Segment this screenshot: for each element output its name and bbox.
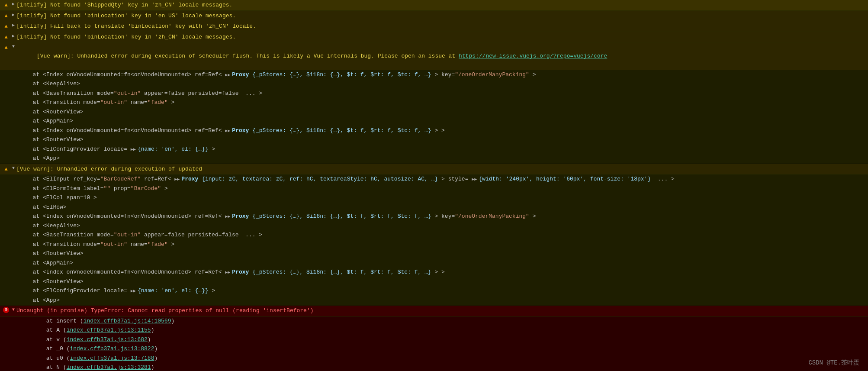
stack-line-vw1-2: at <KeepAlive> [0, 79, 868, 89]
stack-line-vw1-7: at <Index onVnodeUnmounted=fn<onVnodeUnm… [0, 126, 868, 135]
error1-header: Uncaught (in promise) TypeError: Cannot … [16, 306, 866, 315]
log-entry-vue-warn1[interactable]: ▲ [Vue warn]: Unhandled error during exe… [0, 42, 868, 70]
warn1-text: [intlify] Not found 'ShippedQty' key in … [16, 1, 866, 10]
watermark: CSDN @TE.茶叶蛋 [808, 359, 859, 367]
error-link-1[interactable]: index.cffb37a1.js:14:10569 [84, 318, 171, 324]
triangle-icon: ▲ [4, 1, 7, 9]
triangle-icon4: ▲ [4, 33, 7, 41]
error-stack-4: at _0 (index.cffb37a1.js:13:8822) [0, 344, 868, 354]
log-entry-error1[interactable]: ⊗ Uncaught (in promise) TypeError: Canno… [0, 306, 868, 316]
stack-line-vw2-5: at <Index onVnodeUnmounted=fn<onVnodeUnm… [0, 212, 868, 221]
error-stack-2: at A (index.cffb37a1.js:13:1155) [0, 326, 868, 335]
error-link-6[interactable]: index.cffb37a1.js:13:3281 [67, 364, 151, 371]
expand-arrow-warn4[interactable] [12, 33, 15, 39]
error-link-3[interactable]: index.cffb37a1.js:13:682 [67, 336, 148, 343]
expand-arrow-error1[interactable] [12, 306, 15, 313]
error-stack-1: at insert (index.cffb37a1.js:14:10569) [0, 316, 868, 326]
stack-line-vw2-10: at <AppMain> [0, 258, 868, 268]
stack-line-vw1-1: at <Index onVnodeUnmounted=fn<onVnodeUnm… [0, 70, 868, 80]
error-link-2[interactable]: index.cffb37a1.js:13:1155 [67, 327, 151, 333]
error-stack-3: at v (index.cffb37a1.js:13:682) [0, 335, 868, 345]
triangle-icon3: ▲ [4, 23, 7, 30]
log-entry-warn2[interactable]: ▲ [intlify] Not found 'binLocation' key … [0, 11, 868, 22]
stack-line-vw1-4: at <Transition mode="out-in" name="fade"… [0, 98, 868, 107]
log-entry-warn3[interactable]: ▲ [intlify] Fall back to translate 'binL… [0, 21, 868, 32]
error-stack-6: at N (index.cffb37a1.js:13:3281) [0, 363, 868, 371]
vue-warn1-header: [Vue warn]: Unhandled error during execu… [16, 43, 866, 69]
stack-line-vw2-12: at <RouterView> [0, 277, 868, 287]
log-entry-vue-warn2[interactable]: ▲ [Vue warn]: Unhandled error during exe… [0, 164, 868, 175]
stack-line-vw1-9: at <ElConfigProvider locale= ▶{name: 'en… [0, 145, 868, 154]
log-entry-warn1[interactable]: ▲ [intlify] Not found 'ShippedQty' key i… [0, 0, 868, 11]
stack-line-vw2-8: at <Transition mode="out-in" name="fade"… [0, 240, 868, 249]
warning-icon-area2: ▲ [2, 12, 10, 20]
stack-line-vw2-13: at <ElConfigProvider locale= ▶{name: 'en… [0, 286, 868, 296]
error-circle-icon: ⊗ [3, 307, 9, 313]
stack-line-vw1-3: at <BaseTransition mode="out-in" appear=… [0, 89, 868, 98]
stack-line-vw2-7: at <BaseTransition mode="out-in" appear=… [0, 230, 868, 240]
expand-arrow-warn3[interactable] [12, 22, 15, 29]
stack-line-vw2-11: at <Index onVnodeUnmounted=fn<onVnodeUnm… [0, 268, 868, 277]
vue-warn1-link[interactable]: https://new-issue.vuejs.org/?repo=vuejs/… [459, 53, 607, 59]
warn4-text: [intlify] Not found 'binLocation' key in… [16, 33, 866, 42]
triangle-icon-vue1: ▲ [4, 44, 7, 52]
stack-line-vw2-2: at <ElFormItem label="" prop="BarCode" > [0, 184, 868, 194]
log-entry-warn4[interactable]: ▲ [intlify] Not found 'binLocation' key … [0, 32, 868, 43]
stack-line-vw1-8: at <RouterView> [0, 135, 868, 145]
error-icon-area: ⊗ [2, 306, 10, 313]
error-link-5[interactable]: index.cffb37a1.js:13:7188 [70, 355, 154, 361]
warning-icon-area4: ▲ [2, 33, 10, 41]
triangle-icon2: ▲ [4, 12, 7, 20]
stack-line-vw2-4: at <ElRow> [0, 203, 868, 212]
expand-arrow-vue-warn2[interactable] [12, 165, 15, 171]
stack-line-vw2-14: at <App> [0, 296, 868, 305]
warn2-text: [intlify] Not found 'binLocation' key in… [16, 12, 866, 20]
expand-arrow-warn1[interactable] [12, 1, 15, 7]
vue-warn2-header: [Vue warn]: Unhandled error during execu… [16, 165, 866, 174]
console-panel: ▲ [intlify] Not found 'ShippedQty' key i… [0, 0, 868, 371]
expand-arrow-vue-warn1[interactable] [12, 43, 15, 50]
stack-line-vw2-9: at <RouterView> [0, 249, 868, 258]
warning-icon-area3: ▲ [2, 22, 10, 30]
stack-line-vw2-1: at <ElInput ref_key="BarCodeRef" ref=Ref… [0, 174, 868, 184]
stack-line-vw2-6: at <KeepAlive> [0, 221, 868, 231]
stack-line-vw1-10: at <App> [0, 154, 868, 163]
warning-icon-area: ▲ [2, 1, 10, 9]
triangle-icon-vue2: ▲ [4, 165, 7, 173]
error-stack-5: at u0 (index.cffb37a1.js:13:7188) [0, 354, 868, 363]
warning-icon-vue1: ▲ [2, 43, 10, 52]
stack-line-vw1-6: at <AppMain> [0, 116, 868, 126]
expand-arrow-warn2[interactable] [12, 12, 15, 18]
warn3-text: [intlify] Fall back to translate 'binLoc… [16, 22, 866, 31]
error-link-4[interactable]: index.cffb37a1.js:13:8822 [70, 345, 154, 352]
warning-icon-vue2: ▲ [2, 165, 10, 173]
stack-line-vw1-5: at <RouterView> [0, 107, 868, 117]
stack-line-vw2-3: at <ElCol span=10 > [0, 193, 868, 203]
